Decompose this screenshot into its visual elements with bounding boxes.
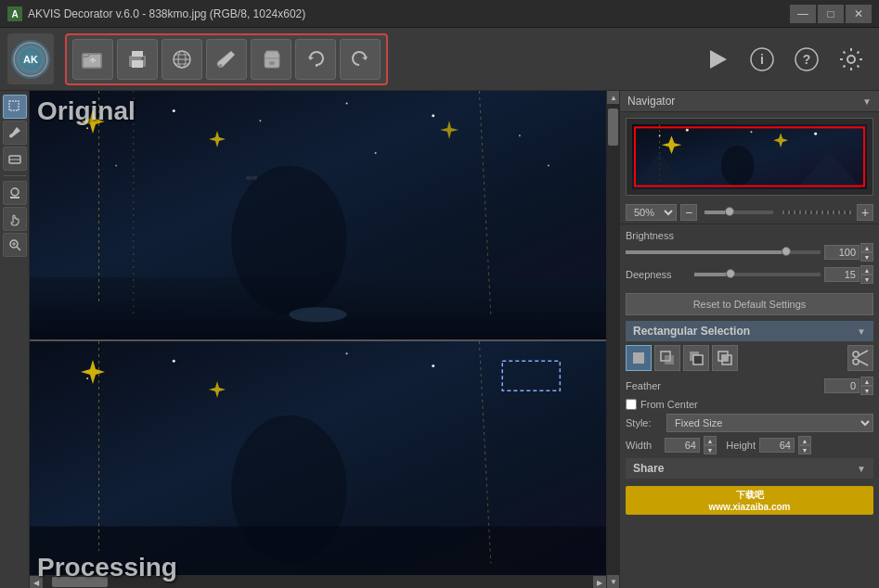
scroll-right-arrow[interactable]: ▶ [593, 576, 606, 588]
vertical-scrollbar[interactable]: ▲ ▼ [606, 91, 619, 588]
info-button[interactable]: i [742, 39, 782, 80]
height-down[interactable]: ▼ [798, 445, 811, 454]
deepness-down[interactable]: ▼ [860, 275, 873, 284]
sel-tool-scissors[interactable] [847, 345, 873, 371]
navigator-collapse-icon[interactable]: ▼ [862, 96, 872, 107]
from-center-checkbox[interactable] [626, 399, 637, 410]
zoom-plus-button[interactable]: + [857, 204, 873, 221]
height-label: Height [720, 440, 756, 451]
svg-point-38 [346, 102, 348, 104]
zoom-slider-fill [704, 211, 725, 214]
deepness-input[interactable] [824, 267, 860, 282]
svg-point-35 [86, 127, 88, 129]
height-up[interactable]: ▲ [798, 436, 811, 445]
processing-image-panel: Processing [30, 339, 606, 588]
zoom-minus-button[interactable]: − [680, 204, 697, 221]
stamp-tool[interactable] [3, 181, 27, 205]
style-select[interactable]: Fixed Size Normal Fixed Ratio [666, 414, 873, 432]
rect-selection-title: Rectangular Selection [633, 325, 750, 338]
svg-point-68 [750, 131, 752, 133]
horizontal-scrollbar[interactable]: ◀ ▶ [30, 575, 606, 588]
svg-point-41 [115, 164, 117, 166]
svg-point-36 [173, 109, 175, 112]
scroll-thumb-horizontal[interactable] [52, 577, 108, 587]
share-header[interactable]: Share ▼ [626, 458, 873, 479]
zoom-select[interactable]: 50% [626, 204, 677, 221]
scroll-up-arrow[interactable]: ▲ [607, 91, 619, 104]
scroll-thumb-vertical[interactable] [608, 109, 618, 146]
deepness-value-box: ▲ ▼ [824, 265, 873, 284]
brush-tool[interactable] [3, 121, 27, 145]
height-input[interactable] [759, 438, 795, 453]
brightness-control: 100 ▲ ▼ [626, 243, 873, 262]
undo-button[interactable] [295, 39, 336, 80]
width-up[interactable]: ▲ [704, 436, 717, 445]
feather-down[interactable]: ▼ [860, 386, 873, 395]
sel-tool-rect[interactable] [626, 345, 652, 371]
minimize-button[interactable]: — [790, 5, 816, 23]
brightness-label: Brightness [626, 230, 873, 241]
processing-image: Processing [30, 341, 606, 588]
deepness-slider[interactable] [694, 273, 821, 276]
svg-point-69 [814, 133, 817, 135]
sel-tool-intersect[interactable] [712, 345, 738, 371]
width-input[interactable] [665, 438, 700, 453]
zoom-slider-handle[interactable] [725, 207, 734, 216]
print-button[interactable] [117, 39, 158, 80]
brightness-row: Brightness 100 ▲ ▼ [626, 230, 873, 262]
window-controls: — □ ✕ [790, 5, 872, 23]
run-button[interactable] [697, 39, 738, 80]
sel-tool-add[interactable] [654, 345, 680, 371]
images-container[interactable]: Original [30, 91, 606, 588]
hand-tool[interactable] [3, 207, 27, 231]
close-button[interactable]: ✕ [846, 5, 872, 23]
maximize-button[interactable]: □ [818, 5, 844, 23]
svg-rect-9 [132, 51, 143, 57]
brightness-down[interactable]: ▼ [860, 252, 873, 262]
svg-point-85 [853, 359, 859, 364]
svg-point-43 [548, 164, 549, 166]
selection-tool[interactable] [3, 95, 27, 119]
reset-button[interactable]: Reset to Default Settings [626, 293, 873, 315]
brush-button[interactable] [206, 39, 247, 80]
logo-circle: AK [11, 40, 50, 79]
scroll-track-vertical[interactable] [607, 104, 619, 575]
zoom-slider-track[interactable] [704, 211, 773, 214]
scroll-track-horizontal[interactable] [43, 576, 593, 588]
brightness-up[interactable]: ▲ [860, 243, 873, 252]
brightness-slider[interactable] [626, 250, 821, 254]
brightness-input[interactable]: 100 [824, 245, 860, 260]
feather-up[interactable]: ▲ [860, 377, 873, 386]
svg-text:AK: AK [23, 54, 38, 65]
sidebar-divider [4, 175, 26, 176]
globe-button[interactable] [162, 39, 202, 80]
erase-tool[interactable] [3, 147, 27, 171]
svg-point-51 [289, 307, 346, 322]
brightness-value-box: 100 ▲ ▼ [824, 243, 873, 262]
width-label: Width [626, 440, 661, 451]
sel-tool-subtract[interactable] [683, 345, 709, 371]
open-button[interactable] [72, 39, 113, 80]
feather-input[interactable] [824, 378, 860, 393]
rect-selection-collapse-icon[interactable]: ▼ [857, 326, 866, 337]
eraser-button[interactable] [251, 39, 291, 80]
scroll-left-arrow[interactable]: ◀ [30, 576, 43, 588]
titlebar: A AKVIS Decorator v.6.0 - 838kmo.jpg (RG… [0, 0, 879, 28]
rect-selection-header[interactable]: Rectangular Selection ▼ [626, 321, 873, 341]
settings-panel: Brightness 100 ▲ ▼ [620, 224, 879, 588]
svg-rect-77 [665, 355, 674, 364]
settings-button[interactable] [831, 39, 872, 80]
svg-point-27 [11, 188, 19, 196]
zoom-tool[interactable] [3, 233, 27, 257]
original-image: Original [30, 91, 606, 339]
share-title: Share [633, 462, 664, 475]
navigator-preview [626, 118, 873, 196]
svg-point-10 [142, 57, 145, 59]
help-button[interactable]: ? [786, 39, 827, 80]
share-collapse-icon[interactable]: ▼ [857, 464, 866, 474]
deepness-up[interactable]: ▲ [860, 265, 873, 275]
redo-button[interactable] [340, 39, 381, 80]
scroll-down-arrow[interactable]: ▼ [607, 575, 619, 588]
width-down[interactable]: ▼ [704, 445, 717, 454]
zoom-bar: 50% − + [620, 201, 879, 224]
